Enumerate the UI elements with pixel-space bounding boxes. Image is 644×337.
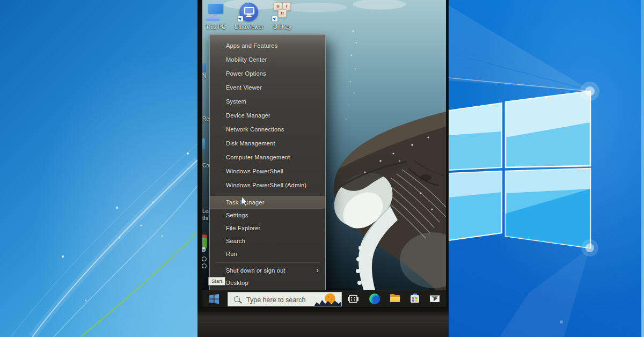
this-pc-icon: [202, 2, 232, 23]
desktop-icon-unikey[interactable]: u i n UniKey: [266, 2, 299, 30]
menu-item-power-options[interactable]: Power Options: [210, 67, 325, 80]
start-tooltip: Start: [208, 277, 225, 285]
this-pc-base-shadow: [206, 19, 220, 21]
menu-item-apps-and-features[interactable]: Apps and Features: [210, 39, 325, 53]
menu-item-label: Settings: [226, 212, 248, 218]
menu-item-label: Device Manager: [226, 112, 270, 119]
search-highlight-illustration: [313, 292, 341, 306]
shortcut-arrow-icon: [202, 247, 206, 252]
menu-item-settings[interactable]: Settings: [210, 209, 325, 222]
desktop-icon-this-pc[interactable]: This PC: [202, 2, 232, 30]
desktop-icon-ultraviewer[interactable]: UltraViewer: [232, 2, 266, 30]
menu-item-label: Mobility Center: [226, 56, 267, 63]
menu-item-event-viewer[interactable]: Event Viewer: [210, 80, 325, 94]
screenshot-stage: This PC UltraViewer u i n: [0, 0, 644, 337]
menu-group-system-tools: Apps and Features Mobility Center Power …: [210, 39, 325, 192]
menu-item-disk-management[interactable]: Disk Management: [210, 136, 325, 150]
desktop-icon-label: UltraViewer: [232, 24, 266, 30]
menu-group-session: Shut down or sign out › Desktop: [210, 264, 325, 289]
partial-icon-label: N: [202, 73, 209, 79]
menu-item-label: Shut down or sign out: [226, 267, 286, 274]
menu-item-label: Desktop: [226, 280, 248, 286]
backdrop-left-aurora: [0, 0, 197, 337]
menu-item-label: Windows PowerShell (Admin): [226, 182, 306, 188]
taskbar-search-box[interactable]: [228, 292, 342, 306]
menu-item-label: Event Viewer: [226, 84, 262, 91]
taskbar-edge-icon[interactable]: [369, 293, 380, 305]
winx-context-menu: Apps and Features Mobility Center Power …: [209, 34, 326, 290]
edge-logo-shape: [369, 294, 380, 304]
menu-item-device-manager[interactable]: Device Manager: [210, 108, 325, 122]
backdrop-right-win10-hero: [449, 0, 644, 337]
search-input[interactable]: [245, 292, 314, 306]
taskbar: [202, 290, 446, 307]
menu-item-mobility-center[interactable]: Mobility Center: [210, 53, 325, 67]
monitor-screen: This PC UltraViewer u i n: [202, 0, 446, 307]
this-pc-stand-shape: [213, 14, 217, 16]
menu-item-label: File Explorer: [226, 225, 260, 231]
desktop-icon-label: UniKey: [266, 24, 299, 30]
shortcut-arrow-icon: [272, 16, 277, 21]
partial-desktop-icon[interactable]: [202, 138, 205, 149]
taskbar-task-view-icon[interactable]: [347, 293, 359, 305]
menu-item-label: Apps and Features: [226, 42, 277, 49]
menu-item-label: Search: [226, 238, 245, 244]
menu-separator: [215, 194, 320, 194]
partial-icon-label: Re: [202, 116, 209, 122]
search-icon: [234, 296, 240, 302]
chevron-right-icon: ›: [316, 265, 319, 274]
partial-desktop-icon[interactable]: [202, 235, 207, 248]
menu-item-windows-powershell[interactable]: Windows PowerShell: [210, 164, 325, 178]
aurora-swoosh-graphic: [0, 0, 197, 337]
desktop-icon-label: This PC: [202, 24, 232, 30]
ultraviewer-base-shape: [246, 16, 252, 17]
taskbar-store-icon[interactable]: [409, 293, 421, 305]
menu-item-label: Disk Management: [226, 140, 275, 146]
menu-item-label: Power Options: [226, 70, 266, 77]
store-tile-red: [412, 297, 414, 299]
start-button[interactable]: [209, 294, 219, 304]
this-pc-monitor-shape: [208, 4, 223, 13]
menu-item-network-connections[interactable]: Network Connections: [210, 122, 325, 136]
menu-item-file-explorer[interactable]: File Explorer: [210, 222, 325, 235]
menu-item-shut-down-or-sign-out[interactable]: Shut down or sign out ›: [210, 264, 325, 276]
windows-logo-graphic: [449, 0, 644, 337]
store-tile-green: [415, 297, 418, 299]
ultraviewer-icon: [232, 2, 266, 23]
store-tile-yellow: [415, 299, 418, 302]
folder-front-shape: [390, 297, 400, 302]
this-pc-base-shape: [207, 17, 221, 19]
taskbar-mail-icon[interactable]: [429, 293, 441, 305]
shortcut-arrow-icon: [238, 16, 243, 21]
menu-item-label: System: [226, 98, 246, 105]
menu-item-label: Computer Management: [226, 154, 290, 160]
menu-item-system[interactable]: System: [210, 94, 325, 108]
store-bag-shape: [411, 295, 419, 303]
menu-item-task-manager[interactable]: Task Manager: [210, 196, 325, 209]
partial-icon-label: thi: [202, 215, 209, 221]
backdrop-edge-highlight: [641, 0, 644, 337]
menu-group-shell: Task Manager Settings File Explorer Sear…: [210, 196, 325, 260]
ultraviewer-monitor-shape: [244, 7, 254, 14]
store-tile-blue: [412, 299, 414, 302]
menu-item-label: Windows PowerShell: [226, 168, 283, 174]
partial-icon-label: Cor: [202, 163, 209, 169]
unikey-key-n: n: [278, 9, 287, 18]
monitor-chin: [197, 307, 449, 337]
taskbar-file-explorer-icon[interactable]: [389, 293, 401, 305]
partial-icon-label: Lea: [202, 208, 209, 214]
menu-separator: [215, 262, 320, 262]
monitor-frame: This PC UltraViewer u i n: [197, 0, 449, 337]
menu-item-computer-management[interactable]: Computer Management: [210, 150, 325, 164]
menu-item-run[interactable]: Run: [210, 247, 325, 260]
mouse-cursor: [241, 196, 248, 209]
ultraviewer-stand-shape: [247, 14, 251, 16]
unikey-icon: u i n: [266, 2, 299, 23]
menu-item-label: Run: [226, 251, 237, 257]
menu-item-label: Network Connections: [226, 126, 284, 133]
menu-item-windows-powershell-admin[interactable]: Windows PowerShell (Admin): [210, 178, 325, 192]
windows-start-icon: [209, 294, 219, 304]
menu-item-search[interactable]: Search: [210, 235, 325, 247]
menu-item-desktop[interactable]: Desktop: [210, 276, 325, 289]
partial-desktop-icon[interactable]: [202, 63, 206, 72]
